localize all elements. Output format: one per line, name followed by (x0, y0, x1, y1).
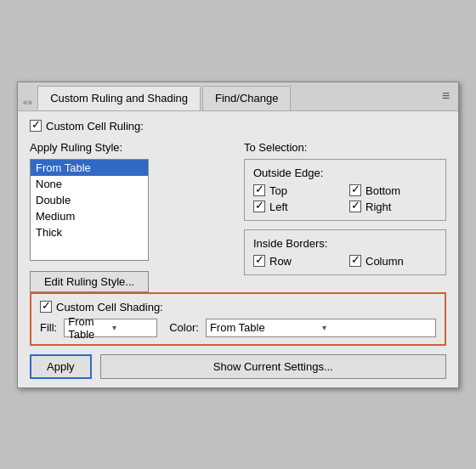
inside-borders-group: Inside Borders: Row Column (244, 229, 446, 275)
ruling-item-medium[interactable]: Medium (31, 208, 148, 224)
show-current-settings-button[interactable]: Show Current Settings... (100, 354, 446, 379)
tab-custom-ruling[interactable]: Custom Ruling and Shading (37, 86, 201, 110)
color-dropdown[interactable]: From Table ▾ (206, 319, 436, 337)
custom-cell-ruling-row: Custom Cell Ruling: (30, 120, 446, 133)
custom-cell-shading-check[interactable] (40, 301, 52, 313)
panel-body: Custom Cell Ruling: Apply Ruling Style: … (18, 111, 458, 387)
panel-arrows: «» (18, 82, 37, 110)
shading-checkbox-row: Custom Cell Shading: (40, 301, 436, 314)
bottom-check[interactable] (349, 184, 361, 196)
right-label: Right (366, 201, 391, 213)
outside-edge-group: Outside Edge: Top Bottom (244, 159, 446, 221)
fill-value: From Table (68, 315, 109, 341)
left-label: Left (269, 201, 288, 213)
inside-borders-checkboxes: Row Column (253, 255, 437, 268)
left-section: Apply Ruling Style: From Table None Doub… (30, 141, 232, 292)
custom-cell-ruling-label: Custom Cell Ruling: (46, 120, 144, 133)
column-label: Column (366, 255, 404, 268)
fill-color-row: Fill: From Table ▾ Color: From Table ▾ (40, 319, 436, 337)
custom-cell-shading-section: Custom Cell Shading: Fill: From Table ▾ … (30, 292, 446, 346)
bottom-checkbox[interactable]: Bottom (349, 184, 400, 197)
custom-cell-ruling-checkbox[interactable]: Custom Cell Ruling: (30, 120, 144, 133)
panel-menu-icon[interactable]: ≡ (434, 82, 458, 110)
bottom-checkbox-row: Bottom (349, 184, 437, 197)
bottom-label: Bottom (366, 184, 400, 197)
row-checkbox-row: Row (253, 255, 341, 268)
left-checkbox[interactable]: Left (253, 201, 288, 213)
ruling-style-list[interactable]: From Table None Double Medium Thick (30, 159, 149, 261)
apply-button[interactable]: Apply (30, 354, 92, 379)
right-check[interactable] (349, 201, 361, 212)
left-checkbox-row: Left (253, 201, 341, 213)
custom-cell-shading-checkbox[interactable]: Custom Cell Shading: (40, 301, 163, 314)
inside-borders-label: Inside Borders: (253, 237, 437, 250)
color-label: Color: (169, 321, 199, 334)
fill-dropdown-arrow: ▾ (112, 323, 153, 332)
row-check[interactable] (253, 255, 265, 267)
top-checkbox-row: Top (253, 184, 341, 197)
apply-ruling-label: Apply Ruling Style: (30, 141, 232, 154)
column-check[interactable] (349, 255, 361, 267)
color-value: From Table (210, 321, 320, 334)
fill-label: Fill: (40, 321, 57, 334)
tab-find-change[interactable]: Find/Change (202, 86, 291, 110)
top-checkbox[interactable]: Top (253, 184, 287, 197)
bottom-buttons: Apply Show Current Settings... (30, 354, 446, 379)
outside-edge-label: Outside Edge: (253, 167, 437, 179)
panel-header: «» Custom Ruling and Shading Find/Change… (18, 82, 458, 111)
custom-cell-shading-label: Custom Cell Shading: (56, 301, 163, 314)
row-checkbox[interactable]: Row (253, 255, 292, 268)
edit-ruling-style-button[interactable]: Edit Ruling Style... (30, 271, 149, 292)
outside-edge-checkboxes: Top Bottom Left (253, 184, 437, 213)
fill-dropdown[interactable]: From Table ▾ (64, 319, 157, 337)
top-check[interactable] (253, 184, 265, 196)
custom-cell-ruling-check[interactable] (30, 120, 42, 132)
nav-arrows[interactable]: «» (23, 98, 32, 107)
row-label: Row (269, 255, 292, 268)
ruling-item-thick[interactable]: Thick (31, 224, 148, 240)
right-checkbox-row: Right (349, 201, 437, 213)
ruling-item-double[interactable]: Double (31, 192, 148, 208)
column-checkbox[interactable]: Column (349, 255, 404, 268)
to-selection-label: To Selection: (244, 141, 446, 154)
ruling-item-none[interactable]: None (31, 176, 148, 192)
column-checkbox-row: Column (349, 255, 437, 268)
right-checkbox[interactable]: Right (349, 201, 391, 213)
main-panel: «» Custom Ruling and Shading Find/Change… (17, 82, 459, 388)
color-dropdown-arrow: ▾ (322, 323, 432, 332)
ruling-item-from-table[interactable]: From Table (31, 160, 148, 176)
top-label: Top (269, 184, 287, 197)
main-content: Apply Ruling Style: From Table None Doub… (30, 141, 446, 292)
right-section: To Selection: Outside Edge: Top (244, 141, 446, 292)
left-check[interactable] (253, 201, 265, 212)
